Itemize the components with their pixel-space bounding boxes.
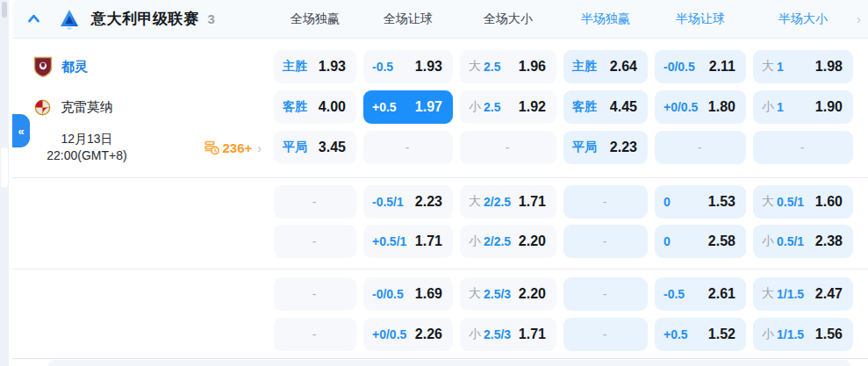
odds-line: 2.5	[484, 60, 500, 74]
odds-line: 0	[664, 195, 671, 209]
odds-line: +0.5/1	[372, 234, 406, 248]
odds-value: 4.45	[610, 99, 637, 115]
odds-value: 1.71	[519, 194, 546, 210]
odds-label: 0	[664, 234, 671, 248]
section-divider	[12, 269, 868, 269]
odds-cell[interactable]: 客胜4.00	[274, 90, 356, 124]
odds-cell[interactable]: -0.51.93	[363, 50, 453, 83]
odds-band: --0/0.51.69大2.5/32.20--0.52.61大1/1.52.47	[12, 277, 868, 311]
odds-line: 2.5/3	[484, 327, 511, 341]
odds-cell-empty: -	[274, 318, 356, 351]
odds-line: -0.5	[664, 287, 685, 301]
odds-cell[interactable]: 平局3.45	[274, 131, 356, 164]
market-column-header-3: 半场独赢	[563, 11, 648, 27]
odds-cell-empty: -	[563, 318, 648, 351]
chevron-right-icon: ›	[257, 140, 262, 154]
scrollbar-thumb[interactable]	[1, 147, 8, 188]
home-team[interactable]: 都灵	[12, 56, 88, 77]
odds-cell[interactable]: -0/0.52.11	[655, 50, 746, 83]
odds-label: -0/0.5	[372, 287, 404, 301]
odds-row: -+0.5/11.71小2/2.52.20-02.58小0.5/12.38	[274, 225, 853, 258]
odds-value: 1.93	[319, 59, 346, 75]
away-team-name: 克雷莫纳	[61, 99, 113, 116]
odds-cell[interactable]: 客胜4.45	[563, 90, 648, 124]
extra-markets-count: 236+	[223, 140, 253, 155]
odds-cell[interactable]: 大2.51.96	[460, 50, 556, 83]
odds-value: 1.53	[708, 194, 735, 210]
odds-cell[interactable]: +0.51.97	[363, 90, 453, 124]
odds-band: --0.5/12.23大2/2.51.71-01.53大0.5/11.60	[12, 185, 868, 219]
odds-value: 2.61	[708, 286, 735, 302]
header-more-icon[interactable]: ›	[857, 12, 861, 25]
match-body: « 都灵 主胜1.93-0.51.93大2.51.96主胜2.64-0/0.52…	[12, 39, 868, 359]
odds-label: +0/0.5	[664, 100, 698, 114]
market-column-header-2: 全场大小	[460, 11, 556, 27]
no-odds-dash: -	[506, 140, 510, 154]
odds-cell[interactable]: +0/0.52.26	[363, 318, 453, 351]
collapse-sidebar-button[interactable]: «	[12, 114, 30, 147]
market-column-header-1: 全场让球	[363, 11, 453, 27]
next-section-preview	[36, 353, 859, 366]
odds-label: 主胜	[283, 59, 307, 75]
odds-cell[interactable]: 大1/1.52.47	[753, 277, 853, 311]
odds-line: 客胜	[572, 99, 597, 115]
odds-value: 2.11	[709, 59, 735, 75]
odds-label: 大2.5	[469, 59, 500, 75]
odds-cell[interactable]: -0.5/12.23	[363, 185, 453, 219]
odds-value: 1.69	[415, 286, 442, 302]
odds-cell[interactable]: 小2.51.92	[460, 90, 556, 124]
odds-cell[interactable]: -0.52.61	[655, 277, 746, 311]
odds-cell[interactable]: +0.5/11.71	[363, 225, 453, 258]
odds-value: 2.23	[415, 194, 442, 210]
odds-row: --0.5/12.23大2/2.51.71-01.53大0.5/11.60	[274, 185, 853, 219]
odds-cell[interactable]: 大2/2.51.71	[460, 185, 556, 219]
odds-value: 1.56	[815, 327, 843, 342]
odds-value: 4.00	[319, 99, 346, 115]
match-row-meta: 12月13日 22:00(GMT+8) 236+ ›	[12, 131, 868, 164]
odds-cell[interactable]: 主胜1.93	[274, 50, 356, 83]
match-row-home: 都灵 主胜1.93-0.51.93大2.51.96主胜2.64-0/0.52.1…	[12, 50, 868, 83]
odds-cell[interactable]: 大2.5/32.20	[460, 277, 556, 311]
odds-line: 平局	[572, 140, 597, 155]
odds-line: 客胜	[283, 99, 307, 115]
odds-cell[interactable]: +0.51.52	[655, 318, 746, 351]
odds-label: -0/0.5	[664, 60, 695, 74]
market-column-header-0: 全场独赢	[274, 11, 356, 27]
odds-label: 大2.5/3	[469, 286, 511, 302]
away-team[interactable]: 克雷莫纳	[12, 98, 113, 117]
odds-line: +0.5	[372, 100, 397, 114]
extra-markets-link[interactable]: 236+ ›	[204, 140, 262, 155]
odds-cell[interactable]: 小1/1.51.56	[753, 318, 853, 351]
odds-label: -0.5	[372, 60, 393, 74]
odds-cell[interactable]: 平局2.23	[563, 131, 648, 164]
odds-cell[interactable]: 01.53	[655, 185, 746, 219]
scrollbar-thumb[interactable]	[2, 2, 7, 18]
odds-row: 平局3.45--平局2.23--	[274, 131, 853, 164]
odds-label: 小0.5/1	[762, 233, 804, 249]
over-under-prefix: 大	[469, 59, 481, 75]
odds-row: -+0/0.52.26小2.5/31.71-+0.51.52小1/1.51.56	[274, 318, 853, 351]
odds-cell[interactable]: 小11.90	[753, 90, 853, 124]
odds-cell[interactable]: -0/0.51.69	[363, 277, 453, 311]
odds-label: +0.5	[664, 327, 688, 341]
odds-cell[interactable]: 小0.5/12.38	[753, 225, 853, 258]
odds-cell[interactable]: 02.58	[655, 225, 746, 258]
odds-line: 0.5/1	[777, 234, 804, 248]
odds-value: 1.93	[415, 59, 442, 75]
odds-cell[interactable]: 大0.5/11.60	[753, 185, 853, 219]
odds-value: 1.96	[519, 59, 546, 75]
odds-value: 2.20	[519, 233, 546, 249]
odds-label: 小2.5	[469, 99, 500, 115]
odds-cell[interactable]: 主胜2.64	[563, 50, 648, 83]
match-datetime: 12月13日 22:00(GMT+8)	[12, 131, 161, 164]
odds-cell[interactable]: 小2.5/31.71	[460, 318, 556, 351]
odds-cell[interactable]: 小2/2.52.20	[460, 225, 556, 258]
vertical-scrollbar[interactable]	[0, 0, 9, 366]
odds-label: 大1	[762, 59, 784, 75]
odds-cell-empty: -	[655, 131, 746, 164]
odds-value: 2.20	[519, 286, 546, 302]
no-odds-dash: -	[603, 234, 607, 248]
odds-cell[interactable]: +0/0.51.80	[655, 90, 746, 124]
chevron-up-icon[interactable]	[26, 11, 41, 26]
odds-cell[interactable]: 大11.98	[753, 50, 853, 83]
